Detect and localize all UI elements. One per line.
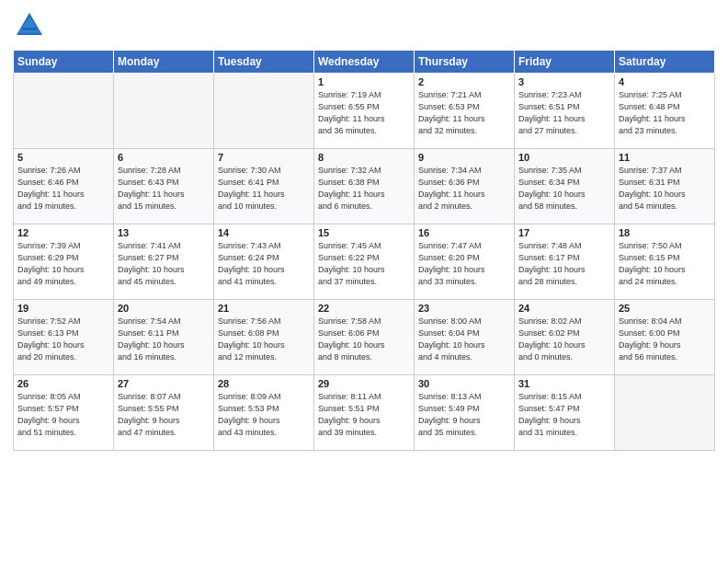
day-cell xyxy=(114,74,214,149)
day-cell: 14Sunrise: 7:43 AM Sunset: 6:24 PM Dayli… xyxy=(214,224,314,300)
day-cell: 30Sunrise: 8:13 AM Sunset: 5:49 PM Dayli… xyxy=(415,375,515,451)
day-cell xyxy=(615,375,715,451)
day-cell: 2Sunrise: 7:21 AM Sunset: 6:53 PM Daylig… xyxy=(415,74,515,149)
day-detail: Sunrise: 8:00 AM Sunset: 6:04 PM Dayligh… xyxy=(418,316,510,363)
day-cell: 5Sunrise: 7:26 AM Sunset: 6:46 PM Daylig… xyxy=(14,149,114,224)
day-detail: Sunrise: 8:04 AM Sunset: 6:00 PM Dayligh… xyxy=(619,316,711,363)
day-cell: 28Sunrise: 8:09 AM Sunset: 5:53 PM Dayli… xyxy=(214,375,314,451)
day-cell: 27Sunrise: 8:07 AM Sunset: 5:55 PM Dayli… xyxy=(114,375,214,451)
day-cell: 11Sunrise: 7:37 AM Sunset: 6:31 PM Dayli… xyxy=(615,149,715,224)
day-detail: Sunrise: 7:47 AM Sunset: 6:20 PM Dayligh… xyxy=(418,240,510,288)
weekday-header-thursday: Thursday xyxy=(415,51,515,74)
weekday-header-saturday: Saturday xyxy=(615,51,715,74)
day-number: 4 xyxy=(619,76,711,87)
day-cell: 13Sunrise: 7:41 AM Sunset: 6:27 PM Dayli… xyxy=(114,224,214,300)
weekday-header-friday: Friday xyxy=(515,51,615,74)
weekday-header-sunday: Sunday xyxy=(14,51,114,74)
day-number: 23 xyxy=(418,303,510,314)
day-number: 9 xyxy=(418,152,510,163)
weekday-header-monday: Monday xyxy=(114,51,214,74)
day-cell: 3Sunrise: 7:23 AM Sunset: 6:51 PM Daylig… xyxy=(515,74,615,149)
day-number: 25 xyxy=(619,303,711,314)
day-number: 5 xyxy=(17,152,109,163)
day-number: 29 xyxy=(318,378,410,389)
weekday-header-wednesday: Wednesday xyxy=(314,51,415,74)
day-detail: Sunrise: 7:35 AM Sunset: 6:34 PM Dayligh… xyxy=(518,165,610,213)
day-detail: Sunrise: 7:37 AM Sunset: 6:31 PM Dayligh… xyxy=(619,165,711,213)
day-detail: Sunrise: 7:48 AM Sunset: 6:17 PM Dayligh… xyxy=(518,240,610,288)
day-number: 12 xyxy=(17,227,109,238)
day-cell: 7Sunrise: 7:30 AM Sunset: 6:41 PM Daylig… xyxy=(214,149,314,224)
day-cell: 15Sunrise: 7:45 AM Sunset: 6:22 PM Dayli… xyxy=(314,224,415,300)
week-row-1: 1Sunrise: 7:19 AM Sunset: 6:55 PM Daylig… xyxy=(14,74,715,149)
day-cell: 22Sunrise: 7:58 AM Sunset: 6:06 PM Dayli… xyxy=(314,300,415,375)
day-detail: Sunrise: 7:21 AM Sunset: 6:53 PM Dayligh… xyxy=(418,89,510,137)
day-detail: Sunrise: 8:09 AM Sunset: 5:53 PM Dayligh… xyxy=(218,391,310,439)
day-number: 10 xyxy=(518,152,610,163)
day-number: 24 xyxy=(518,303,610,314)
day-number: 19 xyxy=(17,303,109,314)
logo-icon xyxy=(13,9,46,42)
day-detail: Sunrise: 7:30 AM Sunset: 6:41 PM Dayligh… xyxy=(218,165,310,213)
day-detail: Sunrise: 7:58 AM Sunset: 6:06 PM Dayligh… xyxy=(318,316,410,363)
day-detail: Sunrise: 7:28 AM Sunset: 6:43 PM Dayligh… xyxy=(118,165,210,213)
day-cell: 1Sunrise: 7:19 AM Sunset: 6:55 PM Daylig… xyxy=(314,74,415,149)
day-number: 30 xyxy=(418,378,510,389)
day-number: 20 xyxy=(118,303,210,314)
day-detail: Sunrise: 7:54 AM Sunset: 6:11 PM Dayligh… xyxy=(118,316,210,363)
day-detail: Sunrise: 7:32 AM Sunset: 6:38 PM Dayligh… xyxy=(318,165,410,213)
day-number: 18 xyxy=(619,227,711,238)
day-number: 15 xyxy=(318,227,410,238)
day-cell: 26Sunrise: 8:05 AM Sunset: 5:57 PM Dayli… xyxy=(14,375,114,451)
day-detail: Sunrise: 8:05 AM Sunset: 5:57 PM Dayligh… xyxy=(17,391,109,439)
day-cell: 10Sunrise: 7:35 AM Sunset: 6:34 PM Dayli… xyxy=(515,149,615,224)
day-number: 27 xyxy=(118,378,210,389)
day-detail: Sunrise: 7:39 AM Sunset: 6:29 PM Dayligh… xyxy=(17,240,109,288)
day-number: 8 xyxy=(318,152,410,163)
day-cell: 19Sunrise: 7:52 AM Sunset: 6:13 PM Dayli… xyxy=(14,300,114,375)
svg-rect-2 xyxy=(22,28,37,30)
day-detail: Sunrise: 7:25 AM Sunset: 6:48 PM Dayligh… xyxy=(619,89,711,137)
weekday-header-row: SundayMondayTuesdayWednesdayThursdayFrid… xyxy=(14,51,715,74)
week-row-3: 12Sunrise: 7:39 AM Sunset: 6:29 PM Dayli… xyxy=(14,224,715,300)
day-detail: Sunrise: 7:45 AM Sunset: 6:22 PM Dayligh… xyxy=(318,240,410,288)
day-detail: Sunrise: 8:15 AM Sunset: 5:47 PM Dayligh… xyxy=(518,391,610,439)
day-number: 21 xyxy=(218,303,310,314)
day-number: 28 xyxy=(218,378,310,389)
page: SundayMondayTuesdayWednesdayThursdayFrid… xyxy=(0,0,728,563)
day-detail: Sunrise: 7:43 AM Sunset: 6:24 PM Dayligh… xyxy=(218,240,310,288)
day-cell: 4Sunrise: 7:25 AM Sunset: 6:48 PM Daylig… xyxy=(615,74,715,149)
day-number: 22 xyxy=(318,303,410,314)
day-detail: Sunrise: 7:52 AM Sunset: 6:13 PM Dayligh… xyxy=(17,316,109,363)
day-detail: Sunrise: 7:19 AM Sunset: 6:55 PM Dayligh… xyxy=(318,89,410,137)
day-number: 1 xyxy=(318,76,410,87)
day-number: 2 xyxy=(418,76,510,87)
day-cell: 31Sunrise: 8:15 AM Sunset: 5:47 PM Dayli… xyxy=(515,375,615,451)
day-cell: 29Sunrise: 8:11 AM Sunset: 5:51 PM Dayli… xyxy=(314,375,415,451)
day-number: 14 xyxy=(218,227,310,238)
day-cell xyxy=(214,74,314,149)
day-number: 7 xyxy=(218,152,310,163)
day-detail: Sunrise: 7:26 AM Sunset: 6:46 PM Dayligh… xyxy=(17,165,109,213)
day-cell: 12Sunrise: 7:39 AM Sunset: 6:29 PM Dayli… xyxy=(14,224,114,300)
header xyxy=(13,9,715,42)
day-detail: Sunrise: 8:11 AM Sunset: 5:51 PM Dayligh… xyxy=(318,391,410,439)
day-cell: 9Sunrise: 7:34 AM Sunset: 6:36 PM Daylig… xyxy=(415,149,515,224)
day-cell: 24Sunrise: 8:02 AM Sunset: 6:02 PM Dayli… xyxy=(515,300,615,375)
day-number: 17 xyxy=(518,227,610,238)
day-cell: 21Sunrise: 7:56 AM Sunset: 6:08 PM Dayli… xyxy=(214,300,314,375)
weekday-header-tuesday: Tuesday xyxy=(214,51,314,74)
day-cell: 17Sunrise: 7:48 AM Sunset: 6:17 PM Dayli… xyxy=(515,224,615,300)
day-detail: Sunrise: 8:13 AM Sunset: 5:49 PM Dayligh… xyxy=(418,391,510,439)
day-number: 6 xyxy=(118,152,210,163)
day-number: 16 xyxy=(418,227,510,238)
day-number: 3 xyxy=(518,76,610,87)
day-detail: Sunrise: 7:34 AM Sunset: 6:36 PM Dayligh… xyxy=(418,165,510,213)
day-detail: Sunrise: 7:56 AM Sunset: 6:08 PM Dayligh… xyxy=(218,316,310,363)
day-detail: Sunrise: 7:23 AM Sunset: 6:51 PM Dayligh… xyxy=(518,89,610,137)
svg-marker-1 xyxy=(18,17,40,33)
day-number: 26 xyxy=(17,378,109,389)
day-detail: Sunrise: 7:50 AM Sunset: 6:15 PM Dayligh… xyxy=(619,240,711,288)
day-cell: 6Sunrise: 7:28 AM Sunset: 6:43 PM Daylig… xyxy=(114,149,214,224)
week-row-5: 26Sunrise: 8:05 AM Sunset: 5:57 PM Dayli… xyxy=(14,375,715,451)
